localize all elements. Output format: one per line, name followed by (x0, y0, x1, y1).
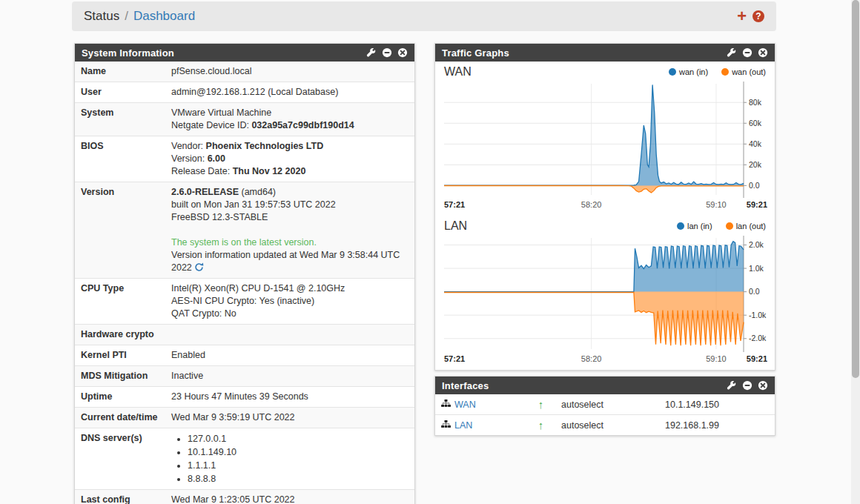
wan-graph-block: WANwan (in)wan (out)0.020k40k60k80k57:21… (435, 62, 775, 216)
lan-traffic-chart: 2.0k1.0k0.0-1.0k-2.0k57:2158:2059:1059:2… (444, 235, 767, 367)
svg-text:60k: 60k (749, 119, 762, 127)
row-value: 127.0.0.110.1.149.101.1.1.18.8.8.8 (167, 428, 414, 489)
interface-link-lan[interactable]: LAN (454, 420, 472, 431)
svg-text:58:20: 58:20 (581, 354, 602, 363)
legend-dot-icon (726, 222, 733, 230)
svg-text:1.0k: 1.0k (749, 264, 764, 273)
close-icon[interactable] (758, 380, 768, 391)
row-value: Inactive (167, 366, 414, 386)
row-label: System (75, 103, 167, 136)
legend-dot-icon (677, 222, 684, 230)
dns-server-item: 10.1.149.10 (188, 445, 407, 459)
system-information-title: System Information (82, 47, 174, 59)
close-icon[interactable] (758, 47, 768, 58)
legend-item: lan (in) (677, 222, 712, 231)
panel-actions (366, 47, 408, 58)
breadcrumb-actions: + ? (737, 10, 764, 23)
row-value: admin@192.168.1.212 (Local Database) (167, 82, 414, 102)
system-info-row-bios: BIOSVendor: Phoenix Technologies LTDVers… (75, 136, 414, 182)
row-label: MDS Mitigation (75, 366, 167, 386)
network-icon (441, 399, 451, 409)
interface-row-lan: LAN↑autoselect192.168.1.99 (435, 414, 775, 435)
row-value: 2.6.0-RELEASE (amd64)built on Mon Jan 31… (167, 182, 414, 278)
row-value: Wed Mar 9 1:23:05 UTC 2022 (167, 490, 414, 504)
interface-up-arrow-icon: ↑ (520, 420, 561, 431)
system-info-row-cpu-type: CPU TypeIntel(R) Xeon(R) CPU D-1541 @ 2.… (75, 278, 414, 324)
system-info-row-kernel-pti: Kernel PTIEnabled (75, 345, 414, 365)
system-information-panel: System Information NamepfSense.cloud.loc… (74, 43, 415, 504)
legend-dot-icon (669, 68, 676, 76)
add-widget-icon[interactable]: + (737, 10, 747, 23)
svg-text:58:20: 58:20 (581, 200, 602, 209)
interface-ip: 192.168.1.99 (665, 420, 769, 431)
row-label: Current date/time (75, 408, 167, 428)
system-information-header: System Information (75, 44, 414, 62)
row-label: Version (75, 182, 167, 278)
system-info-row-current-date-time: Current date/timeWed Mar 9 3:59:19 UTC 2… (75, 407, 414, 428)
breadcrumb-page-link[interactable]: Dashboard (133, 9, 195, 24)
traffic-graphs-content: WANwan (in)wan (out)0.020k40k60k80k57:21… (435, 62, 775, 370)
row-value: 23 Hours 47 Minutes 39 Seconds (167, 387, 414, 407)
svg-text:57:21: 57:21 (444, 354, 465, 363)
system-info-row-name: NamepfSense.cloud.local (75, 62, 414, 82)
row-value: Wed Mar 9 3:59:19 UTC 2022 (167, 408, 414, 428)
row-value: VMware Virtual MachineNetgate Device ID:… (167, 103, 414, 136)
wan-graph-title: WAN (444, 65, 472, 79)
row-label: Uptime (75, 387, 167, 407)
interfaces-header: Interfaces (435, 377, 775, 394)
row-label: CPU Type (75, 279, 167, 324)
svg-text:57:21: 57:21 (444, 200, 465, 209)
legend: lan (in)lan (out) (677, 222, 766, 231)
breadcrumb-separator: / (125, 9, 128, 24)
minimize-icon[interactable] (742, 380, 752, 391)
wrench-icon[interactable] (366, 47, 377, 58)
interface-link-wan[interactable]: WAN (454, 399, 476, 410)
wrench-icon[interactable] (727, 380, 737, 391)
row-value: pfSense.cloud.local (167, 62, 414, 82)
row-value: Vendor: Phoenix Technologies LTDVersion:… (167, 136, 414, 182)
scrollbar-track[interactable] (851, 0, 860, 504)
system-info-row-system: SystemVMware Virtual MachineNetgate Devi… (75, 102, 414, 136)
legend: wan (in)wan (out) (669, 67, 766, 76)
legend-dot-icon (721, 68, 729, 76)
minimize-icon[interactable] (382, 47, 392, 58)
lan-graph-block: LANlan (in)lan (out)2.0k1.0k0.0-1.0k-2.0… (435, 216, 775, 370)
interface-name-cell: WAN (441, 399, 520, 410)
help-icon[interactable]: ? (752, 10, 764, 22)
row-label: DNS server(s) (75, 428, 167, 489)
dns-server-item: 1.1.1.1 (188, 459, 407, 472)
system-info-row-mds-mitigation: MDS MitigationInactive (75, 365, 414, 386)
wrench-icon[interactable] (727, 47, 737, 58)
svg-text:59:21: 59:21 (747, 354, 767, 363)
minimize-icon[interactable] (742, 47, 752, 58)
lan-graph-title: LAN (444, 219, 467, 233)
interfaces-title: Interfaces (442, 380, 489, 391)
close-icon[interactable] (397, 47, 408, 58)
traffic-graphs-title: Traffic Graphs (442, 47, 509, 59)
row-value: Enabled (167, 345, 414, 365)
row-label: Kernel PTI (75, 345, 167, 365)
interface-up-arrow-icon: ↑ (520, 399, 561, 410)
svg-text:-2.0k: -2.0k (749, 334, 767, 342)
breadcrumb: Status / Dashboard + ? (72, 1, 776, 31)
system-info-row-last-config-change: Last config changeWed Mar 9 1:23:05 UTC … (75, 489, 414, 504)
svg-text:20k: 20k (749, 160, 762, 169)
refresh-icon[interactable] (194, 262, 204, 272)
row-label: Hardware crypto (75, 325, 167, 345)
svg-text:59:10: 59:10 (706, 354, 727, 363)
scrollbar-thumb[interactable] (852, 0, 859, 378)
network-icon (441, 420, 451, 430)
row-value (167, 325, 414, 345)
row-label: BIOS (75, 136, 167, 182)
legend-item: wan (out) (721, 67, 766, 76)
system-info-row-hardware-crypto: Hardware crypto (75, 324, 414, 345)
row-label: Name (75, 62, 167, 82)
svg-text:40k: 40k (749, 139, 762, 148)
interface-media: autoselect (561, 420, 665, 431)
wan-traffic-chart: 0.020k40k60k80k57:2158:2059:1059:21 (444, 81, 767, 213)
panel-actions (727, 47, 768, 58)
system-info-row-version: Version2.6.0-RELEASE (amd64)built on Mon… (75, 182, 414, 278)
interface-media: autoselect (561, 399, 665, 410)
svg-text:2.0k: 2.0k (749, 240, 764, 249)
interface-ip: 10.1.149.150 (665, 399, 769, 410)
